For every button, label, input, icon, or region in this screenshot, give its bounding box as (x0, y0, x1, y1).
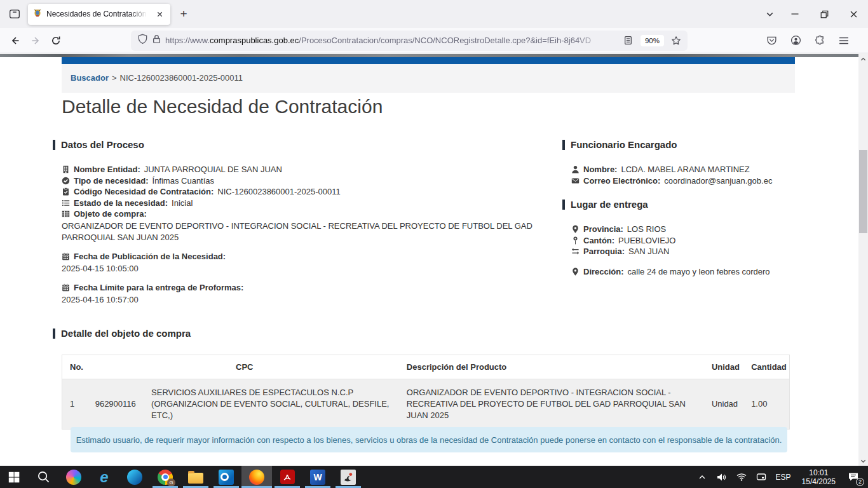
scroll-up-icon[interactable] (858, 54, 868, 64)
section-funcionario: Funcionario Encargado (562, 139, 677, 150)
objeto-compra-text: ORGANIZADOR DE EVENTO DEPORTIVO - INTEGR… (62, 220, 552, 243)
taskbar-acrobat[interactable] (272, 466, 302, 488)
taskbar-word[interactable]: W (302, 466, 333, 488)
browser-tab[interactable]: Necesidades de Contratación y (28, 4, 170, 25)
lugar-entrega-list: Provincia: LOS RIOS Cantón: PUEBLOVIEJO … (571, 224, 675, 257)
section-datos-proceso: Datos del Proceso (53, 139, 144, 150)
file-explorer-icon (188, 473, 203, 484)
lock-icon[interactable] (153, 34, 161, 46)
url-bar[interactable]: https://www.compraspublicas.gob.ec/Proce… (131, 30, 688, 51)
new-tab-button[interactable]: + (174, 4, 193, 24)
system-tray: ESP 10:01 15/4/2025 2 (695, 468, 868, 486)
restore-button[interactable] (810, 0, 839, 28)
map-pin-icon (571, 236, 580, 245)
section-lugar-entrega: Lugar de entrega (562, 199, 648, 210)
col-cpc: CPC (89, 355, 400, 379)
outlook-icon (219, 470, 234, 485)
tab-close-icon[interactable] (153, 8, 166, 20)
breadcrumb-link-buscador[interactable]: Buscador (71, 73, 109, 83)
section-marker (53, 329, 55, 339)
cell-producto: ORGANIZADOR DE EVENTO DEPORTIVO - INTEGR… (400, 379, 705, 430)
site-nav-bar (62, 57, 795, 64)
cell-cpc-desc: SERVICIOS AUXILIARES DE ESPECTACULOS N.C… (145, 379, 400, 430)
scroll-down-icon[interactable] (858, 456, 868, 466)
extensions-puzzle-icon[interactable] (810, 30, 830, 51)
col-unidad: Unidad (705, 355, 745, 379)
language-indicator[interactable]: ESP (773, 473, 794, 482)
clock-date: 15/4/2025 (802, 477, 836, 486)
building-icon (62, 165, 70, 173)
taskbar-clock[interactable]: 10:01 15/4/2025 (798, 468, 839, 486)
funcionario-list: Nombre: LCDA. MABEL ARANA MARTINEZ Corre… (571, 164, 772, 186)
tracking-shield-icon[interactable] (137, 34, 148, 47)
check-circle-icon (62, 177, 70, 185)
wifi-icon[interactable] (734, 468, 749, 486)
fecha-limite: Fecha Límite para la entrega de Proforma… (62, 282, 243, 304)
browser-toolbar: https://www.compraspublicas.gob.ec/Proce… (0, 28, 868, 53)
taskbar-java-app[interactable] (333, 466, 363, 488)
back-button[interactable] (5, 30, 25, 51)
zoom-level-button[interactable]: 90% (641, 35, 664, 46)
scrollbar-thumb[interactable] (859, 150, 867, 233)
taskbar-internet-explorer[interactable]: e (89, 466, 119, 488)
firefox-view-button[interactable] (4, 4, 25, 24)
taskbar-search[interactable] (28, 466, 58, 488)
list-item: Cantón: PUEBLOVIEJO (571, 235, 675, 247)
envelope-icon (571, 177, 580, 185)
page-scrollbar[interactable] (858, 54, 868, 466)
minimize-button[interactable] (780, 0, 810, 28)
list-all-tabs-button[interactable] (759, 4, 780, 24)
bookmark-star-icon[interactable] (668, 33, 684, 48)
start-button[interactable] (0, 466, 28, 488)
volume-icon[interactable] (714, 468, 729, 486)
detalle-table: No. CPC Descripción del Producto Unidad … (62, 355, 790, 430)
table-header-row: No. CPC Descripción del Producto Unidad … (62, 355, 790, 379)
reader-mode-icon[interactable] (621, 33, 636, 48)
action-center-button[interactable]: 2 (844, 468, 863, 486)
taskbar-firefox[interactable] (241, 466, 272, 488)
tray-chevron-up-icon[interactable] (695, 468, 710, 486)
fecha-publicacion-value: 2025-04-15 10:05:00 (62, 264, 226, 273)
list-item: Provincia: LOS RIOS (571, 224, 675, 235)
notification-badge: 2 (856, 478, 864, 486)
col-descripcion: Descripción del Producto (400, 355, 705, 379)
section-marker (562, 140, 565, 150)
calendar-icon (62, 252, 70, 261)
clipboard-icon (62, 187, 70, 196)
table-row: 1 962900116 SERVICIOS AUXILIARES DE ESPE… (62, 379, 790, 430)
cell-cantidad: 1.00 (745, 379, 789, 430)
table-icon (62, 210, 70, 218)
section-marker (562, 200, 565, 210)
display-connect-icon[interactable] (754, 468, 769, 486)
breadcrumb-current: NIC-1260023860001-2025-00011 (120, 73, 243, 83)
menu-hamburger-icon[interactable] (834, 30, 854, 51)
forward-button[interactable] (25, 30, 46, 51)
road-icon (571, 247, 580, 255)
site-favicon (32, 8, 43, 20)
word-icon: W (310, 470, 325, 485)
taskbar-copilot[interactable] (58, 466, 89, 488)
url-text[interactable]: https://www.compraspublicas.gob.ec/Proce… (165, 36, 616, 45)
clock-time: 10:01 (802, 468, 836, 477)
pocket-icon[interactable] (761, 30, 782, 51)
list-item: Correo Electrónico: coordinador@sanjuan.… (571, 175, 772, 187)
breadcrumb-separator: > (112, 73, 117, 83)
list-item: Dirección: calle 24 de mayo y leon febre… (571, 266, 770, 278)
account-icon[interactable] (785, 30, 806, 51)
fecha-limite-value: 2025-04-16 10:57:00 (62, 295, 243, 304)
map-marker-icon (571, 225, 580, 233)
cell-unidad: Unidad (705, 379, 745, 430)
taskbar-outlook[interactable] (211, 466, 241, 488)
taskbar-edge[interactable] (119, 466, 150, 488)
info-notice: Estimado usuario, de requerir mayor info… (71, 427, 787, 452)
acrobat-icon (280, 470, 295, 484)
close-button[interactable] (839, 0, 868, 28)
taskbar-file-explorer[interactable] (180, 466, 211, 488)
reload-button[interactable] (46, 30, 66, 51)
page-title: Detalle de Necesidad de Contratación (62, 96, 383, 118)
cell-cpc-code: 962900116 (89, 379, 145, 430)
taskbar-chrome[interactable]: G (150, 466, 180, 488)
list-item: Nombre: LCDA. MABEL ARANA MARTINEZ (571, 164, 772, 175)
list-item: Parroquia: SAN JUAN (571, 246, 675, 257)
direccion-row: Dirección: calle 24 de mayo y leon febre… (571, 266, 770, 278)
